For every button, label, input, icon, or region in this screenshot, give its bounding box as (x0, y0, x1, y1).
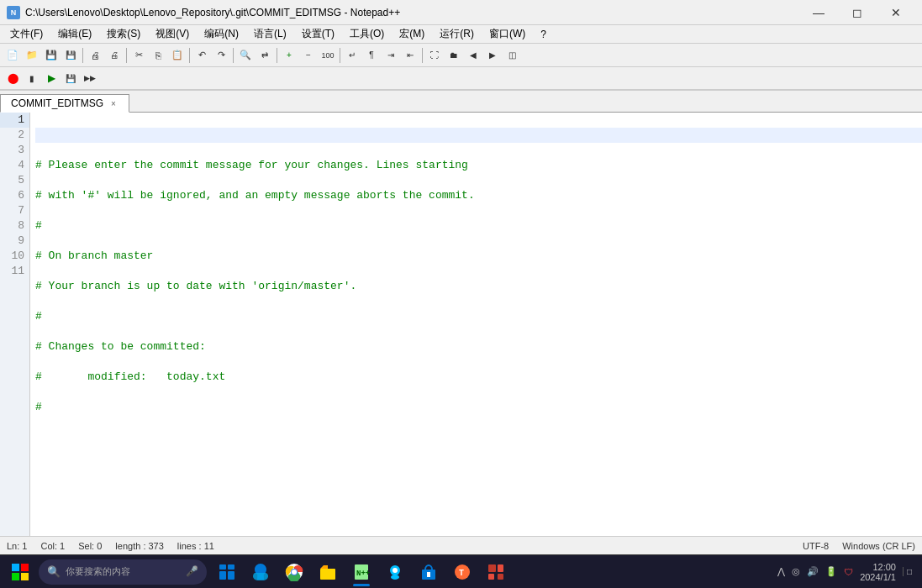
line-num-6: 6 (0, 188, 29, 203)
tab-bar: COMMIT_EDITMSG × (0, 91, 922, 113)
zoom-in-button[interactable]: + (280, 46, 298, 65)
menu-macro[interactable]: 宏(M) (393, 25, 431, 44)
menu-encoding[interactable]: 编码(N) (198, 25, 245, 44)
volume-icon: 🔊 (807, 566, 819, 577)
line-num-3: 3 (0, 143, 29, 158)
battery-icon: 🔋 (825, 566, 837, 577)
toolbar-sep-6 (340, 48, 340, 63)
taskbar-app-edge[interactable] (245, 556, 276, 588)
line-num-2: 2 (0, 128, 29, 143)
macro-stop-button[interactable]: ▮ (23, 69, 41, 87)
indent-button[interactable]: ⇥ (382, 46, 400, 65)
code-line-9: # modified: today.txt (35, 370, 922, 385)
monitor-button[interactable]: 🖿 (445, 46, 463, 65)
taskbar-app-notepad[interactable]: N++ (346, 556, 377, 588)
macro-run-times-icon: ▶▶ (84, 74, 96, 82)
menu-edit[interactable]: 编辑(E) (51, 25, 98, 44)
taskbar-app-explorer[interactable] (313, 556, 343, 588)
menu-view[interactable]: 视图(V) (149, 25, 196, 44)
code-line-5: # On branch master (35, 249, 922, 264)
taskbar-time[interactable]: 12:00 2024/1/1 (860, 562, 896, 582)
taskbar-battery-icon[interactable]: 🔋 (825, 566, 837, 577)
svg-point-6 (292, 570, 297, 575)
taskbar-chevron[interactable]: ⋀ (777, 566, 785, 577)
wifi-icon: ◎ (792, 566, 800, 577)
taskbar-app-store[interactable] (414, 556, 444, 588)
print-now-button[interactable]: 🖨 (105, 46, 124, 65)
macro-play-button[interactable]: ▶ (42, 69, 61, 87)
explorer-icon (318, 562, 338, 582)
tencent-icon (385, 562, 405, 582)
taskbar-search[interactable]: 🔍 你要搜索的内容 🎤 (39, 559, 207, 585)
cut-button[interactable]: ✂ (129, 46, 148, 65)
outdent-button[interactable]: ⇤ (401, 46, 419, 65)
all-chars-button[interactable]: ¶ (362, 46, 381, 65)
status-encoding: UTF-8 (803, 541, 829, 551)
menu-window[interactable]: 窗口(W) (482, 25, 532, 44)
status-bar: Ln: 1 Col: 1 Sel: 0 length : 373 lines :… (0, 536, 922, 554)
taskbar-app-7[interactable]: T (447, 556, 477, 588)
macro-record-button[interactable]: ⬤ (3, 69, 22, 87)
taskbar-app-taskview[interactable] (212, 556, 242, 588)
start-button[interactable] (3, 556, 37, 588)
svg-rect-14 (427, 572, 430, 577)
show-desktop-button[interactable]: □ (903, 567, 912, 576)
close-button[interactable]: ✕ (877, 0, 915, 25)
toolbar-sep-4 (233, 48, 234, 63)
taskbar-app-tencent[interactable] (380, 556, 410, 588)
save-all-button[interactable]: 💾​​ (61, 46, 80, 65)
code-editor[interactable]: # Please enter the commit message for yo… (30, 113, 922, 536)
maximize-button[interactable]: ◻ (838, 0, 877, 25)
tab-commit-editmsg[interactable]: COMMIT_EDITMSG × (0, 94, 129, 113)
print-button[interactable]: 🖨 (86, 46, 104, 65)
print-icon: 🖨 (91, 50, 100, 60)
split-icon: ◫ (508, 50, 516, 60)
outdent-icon: ⇤ (407, 50, 414, 60)
window-controls: — ◻ ✕ (799, 0, 915, 25)
taskbar-antivirus-icon[interactable]: 🛡 (844, 567, 853, 577)
redo-button[interactable]: ↷ (212, 46, 230, 65)
open-button[interactable]: 📁 (23, 46, 41, 65)
menu-search[interactable]: 搜索(S) (100, 25, 147, 44)
menu-help[interactable]: ? (534, 25, 553, 44)
fullscreen-button[interactable]: ⛶ (425, 46, 444, 65)
paste-button[interactable]: 📋 (168, 46, 187, 65)
svg-rect-1 (228, 564, 234, 570)
macro-run-times-button[interactable]: ▶▶ (81, 69, 99, 87)
wrap-button[interactable]: ↵ (343, 46, 361, 65)
taskview-icon (217, 562, 237, 582)
menu-file[interactable]: 文件(F) (3, 25, 50, 44)
minimize-button[interactable]: — (799, 0, 838, 25)
menu-settings[interactable]: 设置(T) (295, 25, 341, 44)
next-view-button[interactable]: ▶ (483, 46, 502, 65)
svg-rect-20 (498, 574, 503, 580)
save-button[interactable]: 💾 (42, 46, 61, 65)
zoom-restore-button[interactable]: 100 (319, 46, 337, 65)
split-button[interactable]: ◫ (503, 46, 521, 65)
code-line-10: # (35, 400, 922, 415)
macro-save-button[interactable]: 💾 (61, 69, 80, 87)
toolbar-secondary: ⬤ ▮ ▶ 💾 ▶▶ (0, 67, 922, 91)
zoom-out-button[interactable]: − (299, 46, 318, 65)
new-button[interactable]: 📄 (3, 46, 22, 65)
menu-run[interactable]: 运行(R) (433, 25, 481, 44)
undo-button[interactable]: ↶ (192, 46, 211, 65)
taskbar-app-chrome[interactable] (279, 556, 309, 588)
macro-record-icon: ⬤ (8, 72, 18, 84)
copy-button[interactable]: ⎘ (149, 46, 167, 65)
taskbar-right: ⋀ ◎ 🔊 🔋 🛡 12:00 2024/1/1 □ (777, 562, 919, 582)
taskbar-volume-icon[interactable]: 🔊 (807, 566, 819, 577)
tab-close-button[interactable]: × (108, 98, 119, 109)
svg-point-12 (393, 568, 398, 573)
menu-tools[interactable]: 工具(O) (343, 25, 391, 44)
taskbar-network-icon[interactable]: ◎ (792, 566, 800, 577)
desktop-icon: □ (907, 567, 912, 576)
prev-view-button[interactable]: ◀ (464, 46, 482, 65)
editor-container[interactable]: 1 2 3 4 5 6 7 8 9 10 11 # Please enter t… (0, 113, 922, 536)
taskbar-app-8[interactable] (481, 556, 511, 588)
svg-rect-18 (498, 564, 503, 572)
store-icon (419, 562, 439, 582)
menu-language[interactable]: 语言(L) (247, 25, 293, 44)
find-button[interactable]: 🔍 (236, 46, 255, 65)
replace-button[interactable]: ⇄ (256, 46, 274, 65)
